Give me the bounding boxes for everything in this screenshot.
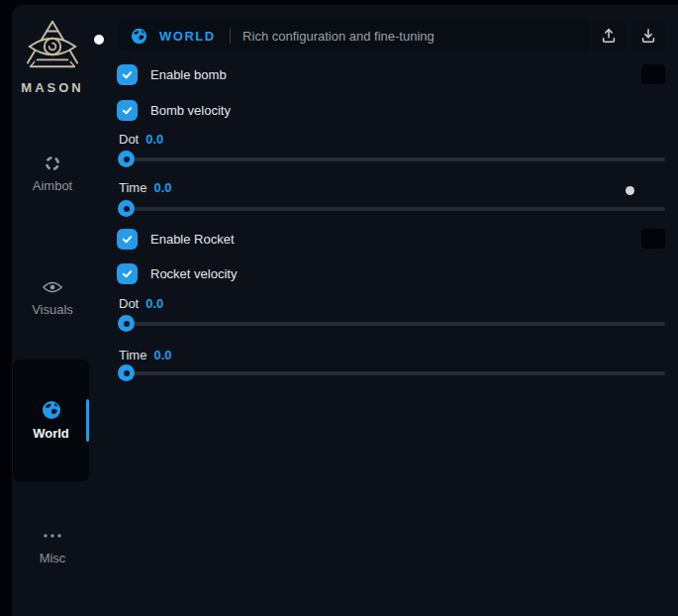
- rocket-velocity-checkbox[interactable]: [117, 263, 138, 284]
- cursor-dot: [94, 35, 104, 45]
- slider-name: Time: [119, 181, 146, 195]
- page-subtitle: Rich configuration and fine-tuning: [242, 29, 435, 44]
- sidebar-item-world[interactable]: World: [13, 359, 89, 481]
- ellipsis-icon: [42, 526, 63, 546]
- slider-label: Time 0.0: [119, 181, 171, 195]
- header-divider: [230, 28, 232, 44]
- enable-rocket-keybind-box[interactable]: [641, 229, 665, 249]
- check-icon: [121, 68, 134, 81]
- slider-name: Dot: [119, 133, 139, 147]
- stray-dot: [626, 186, 634, 195]
- slider-value: 0.0: [153, 349, 171, 362]
- globe-icon: [42, 400, 61, 420]
- slider-value: 0.0: [153, 181, 171, 195]
- sidebar-item-misc[interactable]: Misc: [14, 526, 91, 565]
- checkbox-label: Enable Rocket: [150, 232, 235, 247]
- sidebar-item-label: World: [33, 426, 69, 441]
- globe-icon: [131, 28, 147, 45]
- toggle-row: Enable bomb: [117, 64, 227, 85]
- enable-rocket-checkbox[interactable]: [117, 229, 138, 250]
- upload-config-button[interactable]: [592, 20, 626, 51]
- toggle-row: Enable Rocket: [117, 229, 235, 250]
- bomb-dot-slider-track[interactable]: [119, 157, 665, 161]
- bomb-velocity-checkbox[interactable]: [117, 100, 138, 121]
- checkbox-label: Enable bomb: [150, 67, 227, 82]
- slider-label: Dot 0.0: [119, 133, 163, 147]
- toggle-row: Rocket velocity: [117, 263, 237, 284]
- sidebar-item-label: Aimbot: [33, 178, 72, 193]
- active-tab-indicator: [86, 399, 90, 442]
- sidebar-item-aimbot[interactable]: Aimbot: [14, 154, 91, 193]
- bomb-time-slider-handle[interactable]: [118, 200, 135, 217]
- brand-name: MASON: [14, 80, 91, 95]
- checkbox-label: Bomb velocity: [150, 103, 231, 118]
- page-header: WORLD Rich configuration and fine-tuning: [119, 20, 589, 51]
- toggle-row: Bomb velocity: [117, 100, 231, 121]
- slider-handle-dot: [124, 370, 130, 376]
- rocket-time-slider-handle[interactable]: [118, 364, 135, 381]
- checkbox-label: Rocket velocity: [150, 266, 237, 281]
- rocket-time-slider-track[interactable]: [119, 371, 665, 375]
- page-title: WORLD: [159, 29, 216, 44]
- check-icon: [121, 233, 134, 246]
- sidebar-item-label: Misc: [40, 551, 66, 565]
- enable-bomb-keybind-box[interactable]: [641, 64, 665, 84]
- bomb-dot-slider-handle[interactable]: [118, 151, 135, 167]
- bomb-time-slider-track[interactable]: [119, 207, 665, 211]
- crosshair-icon: [44, 154, 61, 173]
- upload-icon: [600, 27, 618, 45]
- download-icon: [639, 27, 657, 45]
- slider-value: 0.0: [145, 133, 163, 147]
- main-panel: [12, 5, 678, 616]
- rocket-dot-slider-handle[interactable]: [118, 315, 135, 332]
- rocket-dot-slider-track[interactable]: [119, 322, 665, 326]
- slider-handle-dot: [124, 156, 130, 162]
- download-config-button[interactable]: [631, 20, 665, 51]
- app-window: MASON Aimbot Visuals World: [0, 0, 678, 616]
- slider-value: 0.0: [145, 297, 163, 311]
- enable-bomb-checkbox[interactable]: [117, 64, 138, 85]
- slider-handle-dot: [124, 206, 130, 212]
- sidebar-item-visuals[interactable]: Visuals: [14, 277, 91, 317]
- eye-icon: [43, 277, 62, 297]
- all-seeing-eye-icon: [22, 59, 83, 76]
- brand-logo: MASON: [14, 18, 91, 95]
- slider-label: Time 0.0: [119, 349, 171, 362]
- slider-handle-dot: [124, 321, 130, 327]
- slider-label: Dot 0.0: [119, 297, 163, 311]
- slider-name: Dot: [119, 297, 139, 311]
- check-icon: [121, 267, 134, 280]
- sidebar-item-label: Visuals: [32, 302, 73, 317]
- check-icon: [121, 104, 134, 117]
- slider-name: Time: [119, 349, 146, 362]
